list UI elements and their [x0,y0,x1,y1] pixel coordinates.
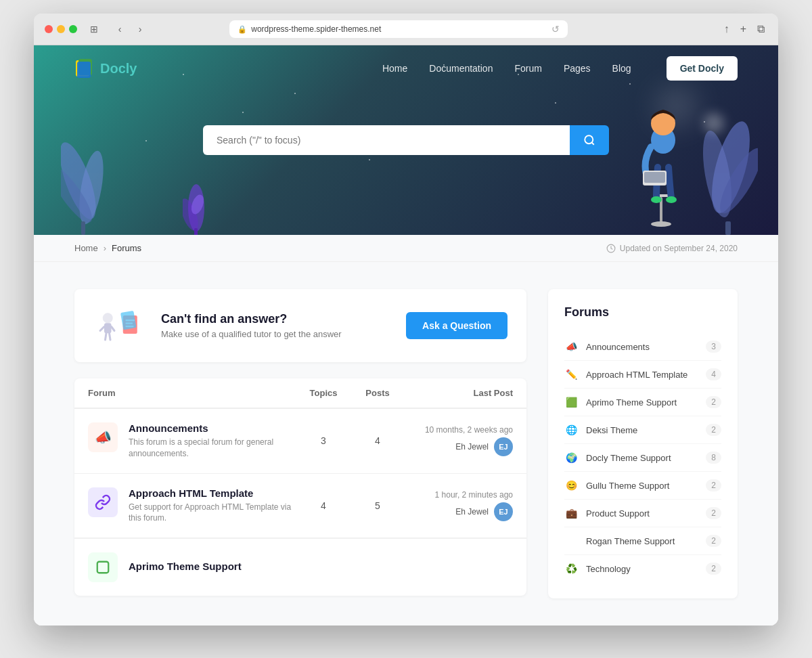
sidebar-item[interactable]: Rogan Theme Support 2 [564,527,721,555]
svg-point-27 [103,313,113,323]
ask-banner-subtitle: Make use of a qualified tutor to get the… [161,329,392,339]
svg-line-30 [112,327,115,331]
table-row: 📣 Announcements This forum is a special … [74,409,526,474]
refresh-icon[interactable]: ↺ [551,24,560,35]
forum-cell: Approach HTML Template Get support for A… [88,487,296,525]
close-dot[interactable] [45,25,53,33]
sidebar-item-count: 4 [706,368,721,380]
sidebar-item-technology[interactable]: Technology [586,564,698,574]
browser-window: ⊞ ‹ › 🔒 wordpress-theme.spider-themes.ne… [34,14,778,626]
back-button[interactable]: ‹ [111,20,129,38]
sidebar-item-icon: 💼 [564,506,578,520]
sidebar-item-deksi[interactable]: Deksi Theme [586,425,698,435]
sidebar-title: Forums [564,305,721,320]
forward-button[interactable]: › [131,20,149,38]
svg-line-31 [106,333,107,340]
search-input[interactable] [203,125,570,155]
forum-description: Get support for Approach HTML Template v… [129,502,296,525]
sidebar-item-count: 2 [706,535,721,547]
nav-home[interactable]: Home [382,63,407,74]
svg-point-24 [585,135,593,144]
browser-toolbar: ⊞ ‹ › 🔒 wordpress-theme.spider-themes.ne… [34,14,778,45]
search-container [203,125,609,155]
sidebar-item-count: 2 [706,479,721,491]
svg-rect-37 [120,311,137,330]
last-post-user: Eh Jewel EJ [405,502,513,521]
sidebar-item-count: 3 [706,341,721,353]
forum-info: Aprimo Theme Support [129,561,242,575]
forum-posts-count: 4 [351,435,405,446]
plant-small-icon [183,181,210,235]
table-row-partial: Aprimo Theme Support [74,538,526,596]
forum-topics-count: 3 [296,435,351,446]
sidebar-item-announcements[interactable]: Announcements [586,342,698,352]
breadcrumb-separator: › [104,243,106,253]
maximize-dot[interactable] [69,25,77,33]
sidebar-item-gullu[interactable]: Gullu Theme Support [586,481,698,491]
search-section [34,91,778,189]
svg-rect-20 [725,221,731,235]
share-button[interactable]: ↑ [721,20,732,38]
logo-text: Docly [100,61,137,76]
forum-table: Forum Topics Posts Last Post 📣 Announcem… [74,378,526,596]
minimize-dot[interactable] [57,25,65,33]
sidebar-item[interactable]: 🌍 Docly Theme Support 8 [564,444,721,472]
breadcrumb-home[interactable]: Home [74,243,98,253]
nav-documentation[interactable]: Documentation [429,63,493,74]
svg-point-13 [651,196,662,203]
sidebar-item[interactable]: 📣 Announcements 3 [564,333,721,361]
sidebar-item-icon: 😊 [564,479,578,492]
updated-info: Updated on September 24, 2020 [606,244,738,253]
sidebar-toggle-btn[interactable]: ⊞ [85,20,103,38]
get-docly-button[interactable]: Get Docly [667,56,738,81]
ask-question-button[interactable]: Ask a Question [406,312,508,339]
website-content: Docly Home Documentation Forum Pages Blo… [34,45,778,626]
sidebar-item[interactable]: 😊 Gullu Theme Support 2 [564,472,721,500]
breadcrumb-current: Forums [112,243,141,253]
forum-row-icon: 📣 [88,422,118,452]
main-content: Can't find an answer? Make use of a qual… [34,262,778,626]
forum-row-icon [88,552,118,582]
search-icon [583,134,595,146]
sidebar-item[interactable]: ♻️ Technology 2 [564,555,721,582]
sidebar-item-docly[interactable]: Docly Theme Support [586,453,698,463]
nav-forum[interactable]: Forum [514,63,541,74]
logo[interactable]: Docly [74,58,137,79]
sidebar-item-approach[interactable]: Approach HTML Template [586,370,698,380]
header-posts: Posts [351,388,405,398]
nav-blog[interactable]: Blog [612,63,631,74]
forum-posts-count: 5 [351,500,405,511]
svg-rect-23 [77,62,91,78]
address-bar[interactable]: 🔒 wordpress-theme.spider-themes.net ↺ [229,20,568,38]
header-topics: Topics [296,388,351,398]
last-post-time: 1 hour, 2 minutes ago [405,490,513,500]
sidebar: Forums 📣 Announcements 3 ✏️ Approach HTM… [548,289,738,598]
url-text: wordpress-theme.spider-themes.net [251,24,381,34]
sidebar-item-aprimo[interactable]: Aprimo Theme Support [586,397,698,408]
last-post-user: Eh Jewel EJ [405,437,513,456]
browser-nav-buttons: ‹ › [111,20,149,38]
nav-links: Home Documentation Forum Pages Blog Get … [382,56,738,81]
forum-name[interactable]: Announcements [129,422,296,434]
forum-name[interactable]: Approach HTML Template [129,487,296,499]
ask-question-banner: Can't find an answer? Make use of a qual… [74,289,526,362]
updated-text: Updated on September 24, 2020 [620,244,738,253]
sidebar-item-rogan[interactable]: Rogan Theme Support [586,536,698,546]
tabs-button[interactable]: ⧉ [754,20,767,38]
forum-table-header: Forum Topics Posts Last Post [74,378,526,409]
forum-row-icon [88,487,118,517]
search-button[interactable] [570,125,609,155]
nav-pages[interactable]: Pages [564,63,591,74]
sidebar-item[interactable]: ✏️ Approach HTML Template 4 [564,361,721,389]
forum-cell: 📣 Announcements This forum is a special … [88,422,296,460]
sidebar-item-icon: ♻️ [564,562,578,575]
add-tab-button[interactable]: + [738,20,749,38]
forum-info: Approach HTML Template Get support for A… [129,487,296,525]
forum-name[interactable]: Aprimo Theme Support [129,561,242,572]
hero-section: Docly Home Documentation Forum Pages Blo… [34,45,778,235]
sidebar-item[interactable]: 💼 Product Support 2 [564,500,721,527]
sidebar-item-product-support[interactable]: Product Support [586,508,698,519]
sidebar-item[interactable]: 🌐 Deksi Theme 2 [564,416,721,444]
last-post-time: 10 months, 2 weeks ago [405,425,513,435]
sidebar-item[interactable]: 🟩 Aprimo Theme Support 2 [564,389,721,416]
